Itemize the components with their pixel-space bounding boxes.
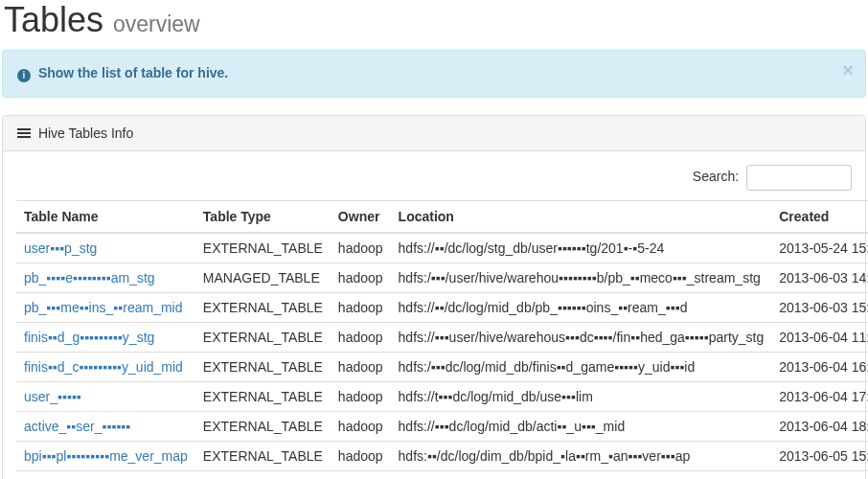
cell-type: MANAGED_TABLE xyxy=(195,263,331,293)
cell-created: 2013-06-04 11:48:04 xyxy=(771,323,868,353)
cell-type: EXTERNAL_TABLE xyxy=(195,382,331,412)
cell-created: 2013-06-04 16:41:53 xyxy=(771,353,868,382)
search-label: Search: xyxy=(693,169,739,184)
table-row: user_▪▪▪▪▪EXTERNAL_TABLEhadoophdfs://t▪▪… xyxy=(16,382,868,412)
list-icon xyxy=(17,128,31,140)
table-row: pb_▪▪▪▪e▪▪▪▪▪▪▪▪am_stgMANAGED_TABLEhadoo… xyxy=(16,263,868,293)
cell-owner: hadoop xyxy=(331,412,391,442)
cell-owner: hadoop xyxy=(331,442,391,471)
cell-location: hdfs:▪▪/dc/log/dim_db/bpid_▪la▪▪rm_▪an▪▪… xyxy=(391,442,772,471)
table-name-link[interactable]: user_▪▪▪▪▪ xyxy=(24,389,81,404)
panel-title: Hive Tables Info xyxy=(38,125,133,141)
cell-location: hdfs://▪▪▪dc/log/mid_db/acti▪▪_u▪▪▪_mid xyxy=(391,412,772,442)
cell-created: 2013-05-24 15:27:27 xyxy=(771,233,868,263)
cell-created: 2013-06-03 14:57:00 xyxy=(771,263,868,293)
table-row: bpi▪▪▪pl▪▪▪▪▪▪▪▪▪me_ver_mapEXTERNAL_TABL… xyxy=(16,442,868,471)
cell-location: hdfs:/▪▪/user/hive/warehous▪▪▪c▪▪▪▪/p▪▪▪… xyxy=(391,471,772,480)
col-header-location[interactable]: Location xyxy=(391,201,772,234)
cell-owner: hadoop xyxy=(331,353,391,382)
cell-type: EXTERNAL_TABLE xyxy=(195,293,331,323)
info-icon: i xyxy=(17,69,31,82)
panel-heading: Hive Tables Info xyxy=(3,116,865,151)
cell-owner: hadoop xyxy=(331,471,391,480)
table-row: active_▪▪ser_▪▪▪▪▪▪EXTERNAL_TABLEhadooph… xyxy=(16,412,868,442)
cell-type: EXTERNAL_TABLE xyxy=(195,323,331,353)
search-input[interactable] xyxy=(746,165,852,191)
col-header-owner[interactable]: Owner xyxy=(331,201,391,234)
table-row: finis▪▪d_g▪▪▪▪▪▪▪▪▪y_stgEXTERNAL_TABLEha… xyxy=(16,323,868,353)
tables-panel: Hive Tables Info Search: Table Name Tabl… xyxy=(2,115,866,479)
cell-location: hdfs://▪▪/dc/log/stg_db/user▪▪▪▪▪▪tg/201… xyxy=(391,233,772,263)
col-header-type[interactable]: Table Type xyxy=(195,201,331,234)
alert-close-button[interactable]: × xyxy=(842,60,854,80)
table-name-link[interactable]: bpi▪▪▪pl▪▪▪▪▪▪▪▪▪me_ver_map xyxy=(24,448,188,464)
search-row: Search: xyxy=(16,165,852,191)
table-row: finis▪▪d_c▪▪▪▪▪▪▪▪▪y_uid_midEXTERNAL_TAB… xyxy=(16,353,868,382)
table-name-link[interactable]: user▪▪▪p_stg xyxy=(24,240,97,256)
cell-owner: hadoop xyxy=(331,293,391,323)
table-name-link[interactable]: active_▪▪ser_▪▪▪▪▪▪ xyxy=(24,419,130,434)
cell-created: 2013-06-03 15:14:50 xyxy=(771,293,868,323)
cell-created: 2013-06-08 14:38:33 xyxy=(771,471,868,480)
cell-location: hdfs://t▪▪▪dc/log/mid_db/use▪▪▪lim xyxy=(391,382,772,412)
table-name-link[interactable]: pb_▪▪▪me▪▪ins_▪▪ream_mid xyxy=(24,300,182,315)
cell-location: hdfs:/▪▪▪dc/log/mid_db/finis▪▪d_game▪▪▪▪… xyxy=(391,353,772,382)
cell-created: 2013-06-05 15:22:46 xyxy=(771,442,868,471)
cell-type: EXTERNAL_TABLE xyxy=(195,233,331,263)
cell-type: EXTERNAL_TABLE xyxy=(195,353,331,382)
col-header-created[interactable]: Created xyxy=(771,201,868,234)
info-alert: i Show the list of table for hive. × xyxy=(2,50,866,98)
cell-location: hdfs://▪▪▪user/hive/warehous▪▪▪dc▪▪▪▪/fi… xyxy=(391,323,772,353)
cell-created: 2013-06-04 17:04:12 xyxy=(771,382,868,412)
cell-owner: hadoop xyxy=(331,382,391,412)
cell-created: 2013-06-04 18:04:02 xyxy=(771,412,868,442)
cell-type: EXTERNAL_TABLE xyxy=(195,412,331,442)
cell-owner: hadoop xyxy=(331,263,391,293)
cell-type: EXTERNAL_TABLE xyxy=(195,442,331,471)
alert-text: Show the list of table for hive. xyxy=(38,65,228,80)
cell-type: MANAGED_TABLE xyxy=(195,471,331,480)
col-header-name[interactable]: Table Name xyxy=(16,201,195,234)
table-row: user▪▪▪p_stgEXTERNAL_TABLEhadoophdfs://▪… xyxy=(16,233,868,263)
cell-location: hdfs:/▪▪▪/user/hive/warehou▪▪▪▪▪▪▪▪b/pb_… xyxy=(391,263,772,293)
table-row: pa▪▪▪ent_▪▪▪▪▪▪▪▪▪r_tmpMANAGED_TABLEhado… xyxy=(16,471,868,480)
page-header: Tables overview xyxy=(0,0,868,48)
page-title: Tables xyxy=(4,0,103,39)
page-subtitle: overview xyxy=(113,11,200,36)
cell-owner: hadoop xyxy=(331,233,391,263)
table-name-link[interactable]: finis▪▪d_c▪▪▪▪▪▪▪▪▪y_uid_mid xyxy=(24,359,183,375)
tables-table: Table Name Table Type Owner Location Cre… xyxy=(16,200,868,479)
table-name-link[interactable]: pb_▪▪▪▪e▪▪▪▪▪▪▪▪am_stg xyxy=(24,270,155,285)
panel-body: Search: Table Name Table Type Owner Loca… xyxy=(3,151,865,479)
cell-location: hdfs://▪▪/dc/log/mid_db/pb_▪▪▪▪▪▪oins_▪▪… xyxy=(391,293,772,323)
table-row: pb_▪▪▪me▪▪ins_▪▪ream_midEXTERNAL_TABLEha… xyxy=(16,293,868,323)
table-name-link[interactable]: finis▪▪d_g▪▪▪▪▪▪▪▪▪y_stg xyxy=(24,330,154,345)
cell-owner: hadoop xyxy=(331,323,391,353)
